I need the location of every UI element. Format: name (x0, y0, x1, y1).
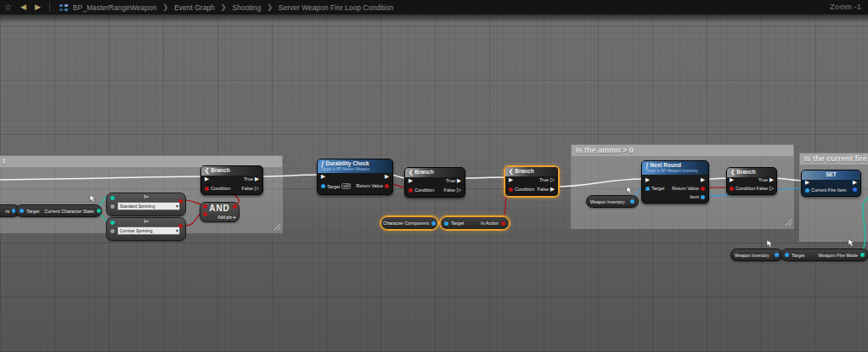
getter-current-character-state[interactable]: Target Current Character State (15, 204, 102, 217)
enum-in-pin[interactable] (110, 196, 115, 200)
true-exec-pin[interactable]: ▷ (550, 177, 555, 182)
getter-weapon-inventory-1[interactable]: Weapon Inventory (586, 195, 639, 208)
false-exec-pin[interactable]: ▷ (769, 186, 774, 191)
target-label: Target (451, 221, 464, 226)
target-in-pin[interactable] (444, 221, 448, 226)
bool-in-pin[interactable] (203, 212, 207, 216)
function-icon: ƒ (645, 162, 649, 168)
exec-in-pin[interactable]: ▶ (409, 178, 413, 183)
getter-character-component-selected[interactable]: Character Component (380, 216, 438, 230)
comment-resize-handle[interactable] (786, 220, 792, 226)
comment-resize-handle[interactable] (274, 224, 280, 230)
branch-node-1[interactable]: ❮ Branch ▶ Condition True▶ False▷ (200, 165, 263, 195)
breadcrumb-blueprint[interactable]: BP_MasterRangeWeapon (73, 3, 157, 12)
target-in-pin[interactable] (785, 253, 789, 257)
add-pin-button[interactable]: Add pin ✛ (217, 215, 236, 220)
not-equal-node-2[interactable]: != Combat Sprinting ▾ (106, 217, 186, 241)
enum-value-pin[interactable] (110, 229, 115, 233)
condition-pin[interactable] (205, 187, 209, 191)
current-fire-item-in-pin[interactable] (805, 188, 809, 193)
wire-exec[interactable] (773, 178, 803, 181)
object-out-pin[interactable] (431, 221, 436, 226)
node-title: SET (802, 170, 860, 180)
return-value-label: Return Value (672, 186, 699, 191)
getter-weapon-fire-mode[interactable]: Target Weapon Fire Mode (781, 249, 868, 261)
branch-node-2[interactable]: ❮ Branch ▶ Condition True▶ False▷ (404, 167, 465, 198)
branch-node-3-selected[interactable]: ❮ Branch ▶ Condition True▷ False▶ (504, 166, 559, 197)
exec-in-pin[interactable]: ▶ (645, 177, 650, 182)
exec-in-pin[interactable]: ▶ (205, 176, 209, 182)
bool-out-pin[interactable] (233, 204, 237, 209)
false-label: False (757, 186, 768, 191)
favorite-star-icon[interactable]: ☆ (4, 0, 12, 14)
false-exec-pin[interactable]: ▶ (550, 187, 555, 192)
exec-out-pin[interactable]: ▶ (853, 180, 857, 185)
true-exec-pin[interactable]: ▶ (457, 178, 461, 183)
return-value-pin[interactable] (701, 187, 705, 191)
chevron-down-icon: ▾ (176, 203, 178, 210)
object-out-pin[interactable] (630, 199, 634, 204)
exec-in-pin[interactable]: ▶ (730, 177, 734, 182)
branch-node-4[interactable]: ❮ Branch ▶ Condition True▶ False▷ (726, 167, 777, 195)
not-equal-node-1[interactable]: != Standard Sprinting ▾ (106, 193, 186, 216)
enum-in-pin[interactable] (110, 221, 115, 225)
exec-in-pin[interactable]: ▶ (321, 174, 325, 179)
return-value-pin[interactable] (385, 184, 389, 188)
back-arrow-icon[interactable]: ◀ (20, 0, 26, 14)
blueprint-editor: ☆ ◀ ▶ BP_MasterRangeWeapon ❯ Event Graph… (0, 0, 868, 352)
condition-label: Condition (736, 186, 755, 191)
chevron-down-icon: ▾ (176, 227, 178, 234)
wire-exec[interactable] (0, 176, 202, 180)
chevron-icon: ❯ (162, 3, 168, 11)
condition-label: Condition (414, 187, 434, 193)
next-round-node[interactable]: ƒ Next Round Target is BP Weapon Invento… (641, 160, 709, 204)
enum-dropdown[interactable]: Combat Sprinting ▾ (117, 226, 180, 235)
zoom-level-label: Zoom -1 (830, 2, 861, 11)
current-fire-item-out-pin[interactable] (853, 187, 857, 192)
target-pin[interactable] (321, 184, 325, 188)
breadcrumb-shooting[interactable]: Shooting (233, 3, 262, 12)
and-node[interactable]: AND Add pin ✛ (200, 202, 240, 222)
variable-label: Weapon Inventory (735, 253, 769, 258)
false-label: False (242, 186, 253, 191)
exec-out-pin[interactable]: ▶ (385, 174, 389, 179)
target-pin[interactable] (645, 187, 650, 191)
item-out-pin[interactable] (701, 195, 705, 199)
false-exec-pin[interactable]: ▷ (457, 187, 461, 193)
exec-in-pin[interactable]: ▶ (509, 177, 513, 182)
chevron-icon: ❯ (267, 3, 273, 11)
enum-out-pin[interactable] (860, 253, 865, 257)
exec-in-pin[interactable]: ▶ (805, 180, 809, 185)
enum-out-pin[interactable] (97, 209, 101, 213)
enum-dropdown[interactable]: Standard Sprinting ▾ (117, 202, 180, 210)
forward-arrow-icon[interactable]: ▶ (35, 0, 41, 14)
node-subtitle: Target is BP Master Weapon (321, 167, 389, 172)
true-exec-pin[interactable]: ▶ (255, 176, 259, 182)
wire-exec[interactable] (461, 177, 506, 178)
wire-exec[interactable] (259, 175, 318, 176)
condition-label: Condition (211, 186, 230, 191)
exec-out-pin[interactable]: ▶ (701, 177, 705, 182)
branch-icon: ❮ (205, 167, 209, 173)
getter-weapon-inventory-2[interactable]: Weapon Inventory (730, 249, 783, 261)
set-current-fire-item-node[interactable]: SET ▶ ▶ Current Fire Item (801, 170, 861, 197)
toolbar-divider (49, 3, 50, 12)
hand-cursor-icon (848, 238, 857, 248)
branch-icon: ❮ (409, 169, 413, 175)
false-exec-pin[interactable]: ▷ (255, 186, 259, 191)
true-exec-pin[interactable]: ▶ (769, 177, 774, 182)
condition-pin[interactable] (730, 187, 734, 191)
object-out-pin[interactable] (775, 253, 779, 257)
condition-pin[interactable] (409, 188, 413, 193)
breadcrumb-current-graph[interactable]: Server Weapon Fire Loop Condition (279, 3, 393, 12)
target-in-pin[interactable] (20, 209, 24, 213)
bool-out-pin[interactable] (501, 221, 505, 226)
condition-pin[interactable] (509, 187, 513, 192)
getter-in-action-selected[interactable]: Target In Action (440, 216, 510, 230)
bool-in-pin[interactable] (203, 204, 207, 209)
wire-enum[interactable] (859, 198, 868, 254)
target-label: Target (327, 184, 340, 189)
durability-check-node[interactable]: ƒ Durability Check Target is BP Master W… (317, 159, 393, 195)
breadcrumb-event-graph[interactable]: Event Graph (174, 3, 215, 12)
enum-value-pin[interactable] (110, 204, 115, 209)
